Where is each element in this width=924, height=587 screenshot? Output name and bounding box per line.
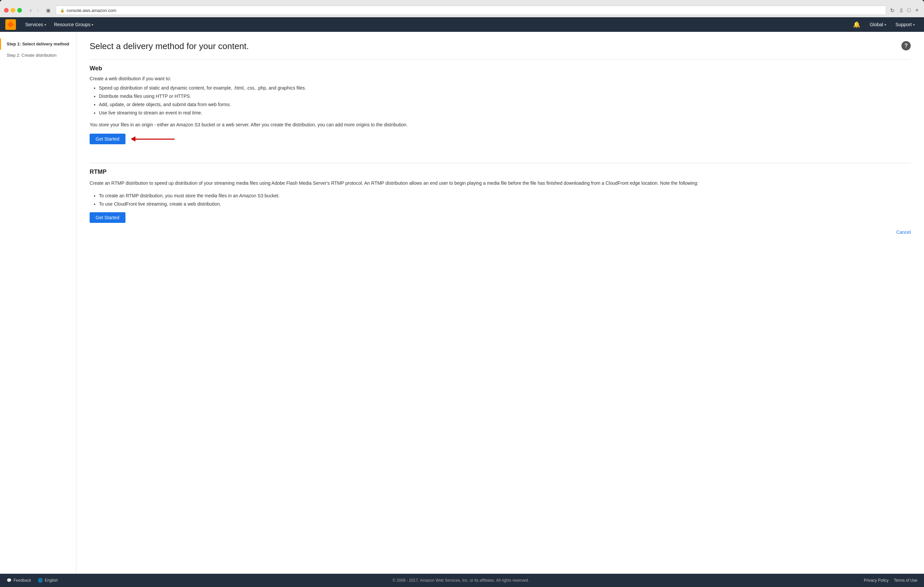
- support-chevron-icon: ▾: [913, 23, 915, 26]
- navbar-right: 🔔 Global ▾ Support ▾: [849, 17, 919, 32]
- services-chevron-icon: ▾: [45, 23, 46, 26]
- web-get-started-row: Get Started: [90, 134, 911, 144]
- services-label: Services: [25, 22, 43, 27]
- aws-navbar: Services ▾ Resource Groups ▾ 🔔 Global ▾ …: [0, 17, 924, 32]
- url-bar[interactable]: 🔒 console.aws.amazon.com: [56, 6, 886, 15]
- page-header: Select a delivery method for your conten…: [90, 41, 911, 51]
- rtmp-bullet-1: To create an RTMP distribution, you must…: [99, 192, 911, 199]
- web-bullet-2: Distribute media files using HTTP or HTT…: [99, 93, 911, 100]
- minimize-button[interactable]: [11, 8, 15, 13]
- web-section-description: You store your files in an origin - eith…: [90, 121, 911, 128]
- rtmp-section-title: RTMP: [90, 168, 911, 176]
- aws-logo-icon: [7, 21, 14, 28]
- resize-button[interactable]: □: [907, 7, 911, 14]
- support-nav-item[interactable]: Support ▾: [891, 17, 919, 32]
- browser-actions: ⇫ □ +: [898, 7, 920, 14]
- arrow-annotation: [131, 136, 175, 141]
- nav-buttons: ‹ ›: [28, 7, 41, 14]
- rtmp-get-started-button[interactable]: Get Started: [90, 212, 125, 223]
- global-label: Global: [870, 22, 883, 27]
- web-section-subtitle: Create a web distribution if you want to…: [90, 76, 911, 81]
- tab-view-button[interactable]: ▣: [44, 7, 53, 13]
- rtmp-section-divider: [90, 163, 911, 163]
- aws-logo[interactable]: [5, 19, 16, 30]
- page-title: Select a delivery method for your conten…: [90, 41, 249, 51]
- rtmp-bullet-list: To create an RTMP distribution, you must…: [90, 192, 911, 207]
- rtmp-bullet-2: To use CloudFront live streaming, create…: [99, 201, 911, 207]
- footer-right: Privacy Policy Terms of Use: [864, 578, 917, 583]
- services-nav-item[interactable]: Services ▾: [21, 17, 50, 32]
- global-chevron-icon: ▾: [884, 23, 886, 26]
- feedback-icon: 💬: [7, 578, 12, 583]
- web-bullet-3: Add, update, or delete objects, and subm…: [99, 101, 911, 108]
- rtmp-section-description: Create an RTMP distribution to speed up …: [90, 179, 911, 187]
- arrow-line: [135, 139, 175, 140]
- resource-groups-chevron-icon: ▾: [92, 23, 93, 26]
- web-bullet-4: Use live streaming to stream an event in…: [99, 109, 911, 117]
- resource-groups-label: Resource Groups: [54, 22, 91, 27]
- web-get-started-button[interactable]: Get Started: [90, 134, 125, 144]
- traffic-lights: [4, 8, 22, 13]
- footer-copyright: © 2008 - 2017, Amazon Web Services, Inc.…: [58, 578, 864, 583]
- sidebar-step2[interactable]: Step 2: Create distribution: [0, 50, 76, 61]
- cancel-link[interactable]: Cancel: [90, 230, 911, 235]
- help-icon[interactable]: ?: [901, 41, 911, 50]
- maximize-button[interactable]: [17, 8, 22, 13]
- url-text: console.aws.amazon.com: [67, 8, 117, 13]
- main-wrapper: Step 1: Select delivery method Step 2: C…: [0, 32, 924, 574]
- close-button[interactable]: [4, 8, 8, 13]
- global-nav-item[interactable]: Global ▾: [866, 17, 890, 32]
- new-tab-button[interactable]: +: [914, 7, 920, 14]
- resource-groups-nav-item[interactable]: Resource Groups ▾: [50, 17, 97, 32]
- share-button[interactable]: ⇫: [898, 7, 904, 14]
- support-label: Support: [896, 22, 912, 27]
- sidebar: Step 1: Select delivery method Step 2: C…: [0, 32, 76, 574]
- web-bullet-list: Speed up distribution of static and dyna…: [90, 85, 911, 117]
- lock-icon: 🔒: [60, 8, 65, 13]
- language-label: English: [45, 578, 58, 583]
- web-section-divider: [90, 59, 911, 60]
- notifications-icon[interactable]: 🔔: [849, 21, 864, 28]
- footer-left: 💬 Feedback 🌐 English: [7, 578, 58, 583]
- privacy-policy-link[interactable]: Privacy Policy: [864, 578, 889, 583]
- web-section-title: Web: [90, 65, 911, 72]
- forward-button[interactable]: ›: [35, 7, 41, 14]
- feedback-label: Feedback: [13, 578, 31, 583]
- section-gap: [90, 151, 911, 163]
- globe-icon: 🌐: [38, 578, 43, 583]
- content-area: Select a delivery method for your conten…: [76, 32, 924, 574]
- browser-chrome: ‹ › ▣ 🔒 console.aws.amazon.com ↻ ⇫ □ +: [0, 0, 924, 17]
- footer: 💬 Feedback 🌐 English © 2008 - 2017, Amaz…: [0, 574, 924, 587]
- back-button[interactable]: ‹: [28, 7, 33, 14]
- reload-button[interactable]: ↻: [889, 7, 895, 14]
- sidebar-step1[interactable]: Step 1: Select delivery method: [0, 38, 76, 50]
- terms-of-use-link[interactable]: Terms of Use: [894, 578, 917, 583]
- web-bullet-1: Speed up distribution of static and dyna…: [99, 85, 911, 92]
- feedback-button[interactable]: 💬 Feedback: [7, 578, 31, 583]
- language-button[interactable]: 🌐 English: [38, 578, 58, 583]
